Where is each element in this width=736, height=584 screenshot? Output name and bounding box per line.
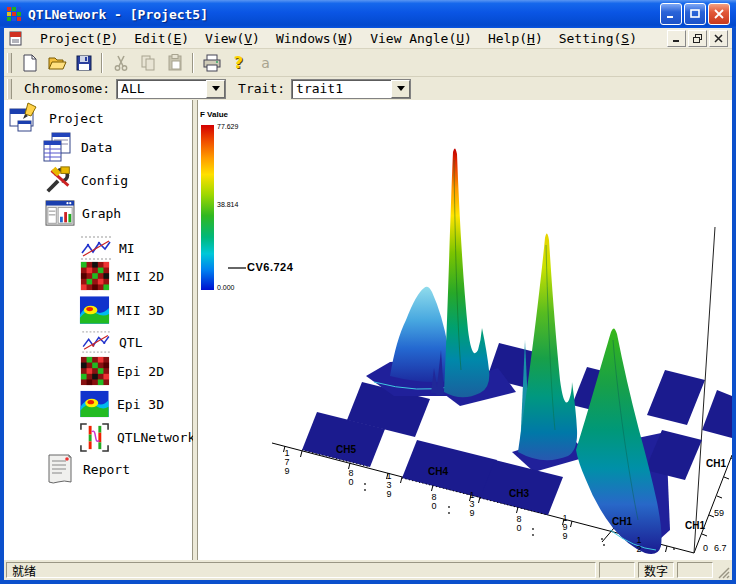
- sidebar-item-epi-2d[interactable]: Epi 2D: [80, 356, 164, 386]
- main-area: Project Data: [4, 100, 732, 560]
- paste-icon: [165, 53, 185, 73]
- toolbar-separator: [192, 53, 194, 73]
- print-icon: [202, 53, 222, 73]
- x-tick-label: 80: [514, 514, 523, 532]
- qtl-network-icon: [79, 422, 110, 453]
- chevron-down-icon: [212, 86, 220, 91]
- help-button[interactable]: ?: [226, 51, 251, 75]
- sidebar-item-epi-3d[interactable]: Epi 3D: [79, 390, 164, 418]
- toolbar-separator: [101, 53, 103, 73]
- new-document-icon: [20, 53, 40, 73]
- paste-button: [162, 51, 187, 75]
- new-document-button[interactable]: [17, 51, 42, 75]
- mdi-minimize-button[interactable]: [667, 30, 686, 47]
- peak-yellow: [518, 233, 577, 460]
- depth-axis-base-label: CH1: [685, 520, 705, 531]
- app-window: QTLNetwork - [Project5] Project(P) Edit(…: [0, 0, 736, 584]
- chevron-down-icon: [397, 86, 405, 91]
- maximize-button[interactable]: [684, 3, 706, 25]
- mdi-close-icon: [714, 34, 723, 43]
- app-logo-icon: [6, 6, 22, 22]
- mdi-close-button[interactable]: [709, 30, 728, 47]
- menu-setting[interactable]: Setting(S): [551, 30, 645, 47]
- document-icon: [8, 30, 24, 46]
- line-chart-icon: [80, 331, 112, 353]
- depth-axis-ticks: [702, 458, 732, 536]
- trait-select[interactable]: trait1: [291, 79, 411, 99]
- minimize-button[interactable]: [660, 3, 682, 25]
- mdi-minimize-icon: [672, 34, 681, 43]
- chromosome-value: ALL: [117, 81, 206, 96]
- surface-icon: [79, 295, 110, 325]
- filterbar-grip[interactable]: [7, 79, 12, 99]
- graph-icon: [45, 199, 75, 227]
- trait-label: Trait:: [238, 81, 285, 96]
- x-tick-label: 139: [384, 471, 393, 498]
- legend-tick-max: 77.629: [217, 123, 238, 130]
- sidebar: Project Data: [4, 100, 193, 560]
- x-tick-label: 199: [560, 513, 569, 540]
- legend-colorbar: [201, 125, 214, 290]
- heatmap-icon: [80, 356, 110, 386]
- status-bar: 就绪 数字: [4, 560, 732, 580]
- menu-project[interactable]: Project(P): [32, 30, 126, 47]
- sidebar-item-mi[interactable]: MI: [80, 236, 135, 260]
- x-chromosome-label: CH5: [336, 444, 356, 455]
- copy-button: [135, 51, 160, 75]
- legend-tick-mid: 38.814: [217, 201, 238, 208]
- close-button[interactable]: [708, 3, 730, 25]
- resize-grip[interactable]: [716, 563, 730, 579]
- window-title: QTLNetwork - [Project5]: [28, 7, 208, 22]
- filter-bar: Chromosome: ALL Trait: trait1: [4, 77, 732, 101]
- sidebar-item-mii-2d[interactable]: MII 2D: [80, 261, 164, 291]
- sidebar-item-graph[interactable]: Graph: [45, 199, 121, 227]
- x-tick-label: 179: [282, 448, 291, 475]
- depth-axis-label: CH1: [706, 458, 726, 469]
- close-icon: [714, 9, 724, 19]
- menu-bar: Project(P) Edit(E) View(V) Windows(W) Vi…: [4, 28, 732, 49]
- menu-windows[interactable]: Windows(W): [268, 30, 362, 47]
- sidebar-item-config[interactable]: Config: [44, 165, 128, 195]
- x-chromosome-label: CH3: [509, 488, 529, 499]
- toolbar-grip[interactable]: [7, 53, 12, 73]
- x-chromosome-label: CH1: [612, 516, 632, 527]
- menu-view-angle[interactable]: View Angle(U): [362, 30, 480, 47]
- copy-icon: [138, 53, 158, 73]
- report-icon: [44, 452, 76, 486]
- x-tick-label: 139: [467, 490, 476, 517]
- cut-button: [108, 51, 133, 75]
- sidebar-item-mii-3d[interactable]: MII 3D: [79, 295, 164, 325]
- data-icon: [42, 131, 74, 163]
- maximize-icon: [690, 9, 700, 19]
- depth-tick-label: 0: [703, 543, 708, 553]
- depth-tick-label: 59: [714, 508, 724, 518]
- chromosome-label: Chromosome:: [24, 81, 110, 96]
- save-icon: [74, 53, 94, 73]
- trait-dropdown-button[interactable]: [391, 80, 410, 98]
- open-folder-icon: [47, 53, 67, 73]
- status-pane-scrl: [677, 562, 713, 578]
- config-icon: [44, 165, 74, 195]
- sidebar-item-report[interactable]: Report: [44, 452, 130, 486]
- trait-value: trait1: [292, 81, 391, 96]
- sidebar-item-qtl[interactable]: QTL: [80, 331, 142, 353]
- menu-view[interactable]: View(V): [197, 30, 268, 47]
- open-folder-button[interactable]: [44, 51, 69, 75]
- status-message: 就绪: [6, 562, 596, 578]
- depth-tick-label: 6.7: [714, 543, 727, 553]
- menu-edit[interactable]: Edit(E): [126, 30, 197, 47]
- mdi-restore-icon: [693, 34, 702, 43]
- chromosome-dropdown-button[interactable]: [206, 80, 225, 98]
- status-pane-caps: [599, 562, 635, 578]
- print-button[interactable]: [199, 51, 224, 75]
- line-chart-icon: [80, 236, 112, 260]
- menu-help[interactable]: Help(H): [480, 30, 551, 47]
- sidebar-item-project[interactable]: Project: [8, 102, 104, 134]
- plot-area[interactable]: F Value 77.629 38.814 0.000 CV6.724 CH5 …: [198, 100, 732, 560]
- sidebar-item-data[interactable]: Data: [42, 131, 112, 163]
- mdi-restore-button[interactable]: [688, 30, 707, 47]
- save-button[interactable]: [71, 51, 96, 75]
- chromosome-select[interactable]: ALL: [116, 79, 226, 99]
- status-pane-num: 数字: [638, 562, 674, 578]
- sidebar-item-qtlnetwork[interactable]: QTLNetwork: [79, 422, 195, 453]
